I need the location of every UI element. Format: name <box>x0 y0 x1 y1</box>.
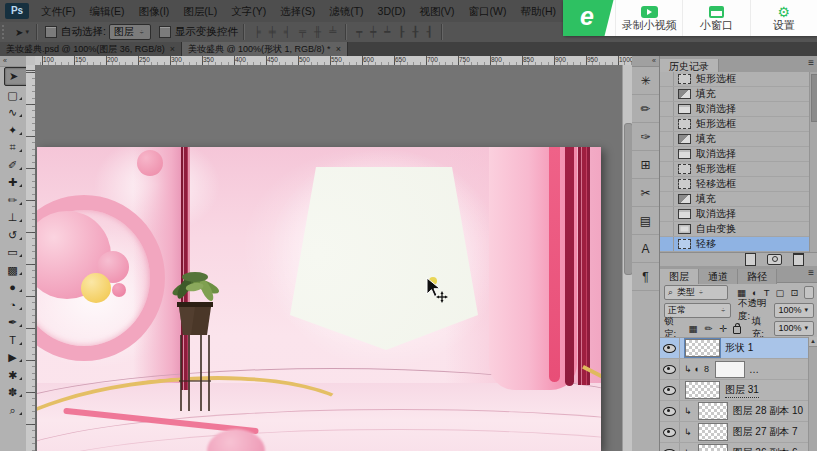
rectangular-marquee-tool[interactable]: ▢ <box>1 85 24 102</box>
layer-thumbnail[interactable] <box>685 339 720 357</box>
align-bottom-edges-icon[interactable]: ╧ <box>325 26 340 37</box>
lasso-tool[interactable]: ∿ <box>1 102 24 119</box>
distribute-h-centers-icon[interactable]: ╂ <box>408 26 422 37</box>
history-item-8[interactable]: 填充 <box>660 192 817 207</box>
recorder-item-1[interactable]: 小窗口 <box>682 0 749 36</box>
menu-item-3[interactable]: 图层(L) <box>176 0 224 22</box>
clone-source-button[interactable]: ✑ <box>632 123 659 151</box>
layer-comps-button[interactable]: ⊞ <box>632 151 659 179</box>
gradient-tool[interactable]: ▩ <box>1 260 24 277</box>
history-set-source-cell[interactable] <box>660 192 674 206</box>
new-snapshot-camera-icon[interactable] <box>767 254 782 265</box>
history-set-source-cell[interactable] <box>660 222 674 236</box>
history-item-5[interactable]: 取消选择 <box>660 147 817 162</box>
menu-item-8[interactable]: 视图(V) <box>413 0 462 22</box>
layer-row-4[interactable]: ↳图层 27 副本 7 <box>660 422 817 443</box>
align-right-edges-icon[interactable]: ╡ <box>280 26 295 37</box>
tab-close-icon[interactable]: × <box>336 44 341 54</box>
layer-thumbnail[interactable] <box>698 402 728 420</box>
layer-visibility-cell[interactable] <box>660 359 680 379</box>
document-tab-0[interactable]: 美妆盛典.psd @ 100%(图层 36, RGB/8)× <box>0 42 182 56</box>
layer-visibility-cell[interactable] <box>660 401 680 421</box>
crop-tool[interactable]: ⌗ <box>1 137 24 154</box>
filter-pixel-layers-icon[interactable]: ▦ <box>735 287 748 298</box>
canvas-viewport[interactable] <box>35 65 622 451</box>
menu-item-2[interactable]: 图像(I) <box>131 0 176 22</box>
align-left-edges-icon[interactable]: ╞ <box>250 26 265 37</box>
tab-close-icon[interactable]: × <box>170 44 175 54</box>
recorder-item-2[interactable]: ⚙设置 <box>750 0 817 36</box>
history-item-4[interactable]: 填充 <box>660 132 817 147</box>
tool-preset-dropdown-icon[interactable]: ▾ <box>25 28 29 36</box>
tab-layers[interactable]: 图层 <box>660 269 699 284</box>
layer-filter-toggle[interactable] <box>804 286 814 299</box>
history-item-3[interactable]: 矩形选框 <box>660 117 817 132</box>
styles-panel-button[interactable]: ✳ <box>632 67 659 95</box>
hand-tool[interactable]: ✽ <box>1 382 24 399</box>
distribute-right-icon[interactable]: ┨ <box>422 26 436 37</box>
layer-visibility-cell[interactable] <box>660 380 680 400</box>
delete-state-trash-icon[interactable] <box>793 253 804 266</box>
move-tool-icon[interactable]: ➤ <box>15 27 23 38</box>
history-set-source-cell[interactable] <box>660 72 674 86</box>
dodge-tool[interactable]: ◔ <box>1 295 24 312</box>
menu-item-5[interactable]: 选择(S) <box>273 0 322 22</box>
tool-presets-button[interactable]: ✂ <box>632 179 659 207</box>
document-tab-1[interactable]: 美妆盛典 @ 100%(形状 1, RGB/8) *× <box>182 42 348 56</box>
layer-thumbnail[interactable] <box>698 444 728 451</box>
history-item-0[interactable]: 矩形选框 <box>660 72 817 87</box>
history-set-source-cell[interactable] <box>660 117 674 131</box>
lock-transparent-pixels-icon[interactable]: ▦ <box>687 323 700 334</box>
pen-tool[interactable]: ✒ <box>1 312 24 329</box>
filter-type-layers-icon[interactable]: T <box>762 287 772 298</box>
history-item-2[interactable]: 取消选择 <box>660 102 817 117</box>
history-item-1[interactable]: 填充 <box>660 87 817 102</box>
brush-presets-button[interactable]: ✏ <box>632 95 659 123</box>
tab-channels[interactable]: 通道 <box>699 269 738 284</box>
history-set-source-cell[interactable] <box>660 87 674 101</box>
align-top-edges-icon[interactable]: ╤ <box>295 26 310 37</box>
path-selection-tool[interactable]: ▶ <box>1 347 24 364</box>
history-set-source-cell[interactable] <box>660 207 674 221</box>
layer-mask-thumbnail[interactable] <box>715 361 745 378</box>
opacity-input[interactable]: 100% ▾ <box>774 303 814 318</box>
history-scrollbar[interactable] <box>809 72 817 252</box>
auto-select-target-select[interactable]: 图层 ÷ <box>109 24 151 40</box>
quick-selection-tool[interactable]: ✦ <box>1 120 24 137</box>
eyedropper-tool[interactable]: ✐ <box>1 155 24 172</box>
dock-collapse[interactable]: « <box>632 56 659 67</box>
layers-panel-menu-icon[interactable]: ≡ <box>808 267 814 278</box>
eraser-tool[interactable]: ▭ <box>1 242 24 259</box>
auto-select-checkbox[interactable] <box>45 26 57 38</box>
history-set-source-cell[interactable] <box>660 147 674 161</box>
clone-stamp-tool[interactable]: ⊥ <box>1 207 24 224</box>
history-set-source-cell[interactable] <box>660 102 674 116</box>
menu-item-6[interactable]: 滤镜(T) <box>322 0 370 22</box>
tab-paths[interactable]: 路径 <box>738 269 777 284</box>
spot-healing-brush-tool[interactable]: ✚ <box>1 172 24 189</box>
layers-scroll-up-icon[interactable]: ▲ <box>809 337 817 347</box>
paragraph-panel-button[interactable]: ¶ <box>632 263 659 291</box>
lock-all-icon[interactable] <box>733 326 741 334</box>
new-document-from-state-icon[interactable] <box>745 253 756 266</box>
history-item-6[interactable]: 矩形选框 <box>660 162 817 177</box>
history-item-10[interactable]: 自由变换 <box>660 222 817 237</box>
layer-row-2[interactable]: 图层 31 <box>660 380 817 401</box>
blur-tool[interactable]: ● <box>1 277 24 294</box>
layer-visibility-cell[interactable] <box>660 422 680 442</box>
layer-thumbnail[interactable] <box>685 381 720 399</box>
align-v-centers-icon[interactable]: ╫ <box>310 26 325 37</box>
history-item-7[interactable]: 轻移选框 <box>660 177 817 192</box>
align-h-centers-icon[interactable]: ╪ <box>265 26 280 37</box>
history-scrollbar-thumb[interactable] <box>811 74 817 122</box>
layer-row-1[interactable]: ↳◐8… <box>660 359 817 380</box>
history-set-source-cell[interactable] <box>660 237 674 251</box>
filter-adjustment-layers-icon[interactable]: ◐ <box>750 287 760 298</box>
layer-row-3[interactable]: ↳图层 28 副本 10 <box>660 401 817 422</box>
recorder-item-0[interactable]: 录制小视频 <box>615 0 682 36</box>
layers-scrollbar[interactable]: ▲ <box>808 337 817 451</box>
distribute-top-icon[interactable]: ┯ <box>352 26 366 37</box>
history-item-9[interactable]: 取消选择 <box>660 207 817 222</box>
history-item-11[interactable]: 轻移 <box>660 237 817 252</box>
menu-item-9[interactable]: 窗口(W) <box>462 0 514 22</box>
